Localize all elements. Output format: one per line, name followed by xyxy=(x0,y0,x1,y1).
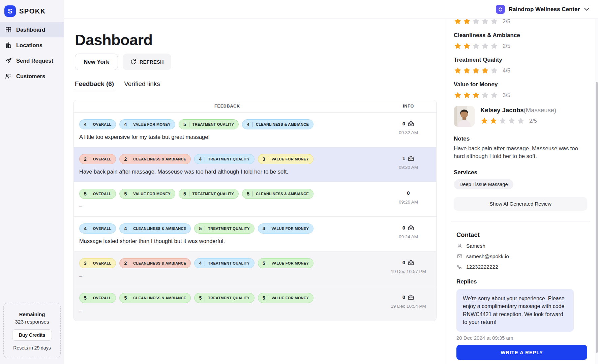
star-icon xyxy=(481,91,489,99)
column-header-info: INFO xyxy=(381,104,436,109)
rating-badge: 5TREATMENT QUALITY xyxy=(179,189,239,199)
badge-row: 5OVERALL5VALUE FOR MONEY5TREATMENT QUALI… xyxy=(79,189,381,199)
sidebar-item-customers[interactable]: Customers xyxy=(0,68,64,84)
badge-row: 2OVERALL2CLEANLINESS & AMBIANCE4TREATMEN… xyxy=(79,154,381,164)
feedback-row[interactable]: 4OVERALL4VALUE FOR MONEY5TREATMENT QUALI… xyxy=(74,113,436,147)
credits-title: Remaining xyxy=(4,311,60,317)
contact-email-row: samesh@spokk.io xyxy=(456,253,587,260)
rating-badge: 4OVERALL xyxy=(79,119,116,129)
star-icon xyxy=(463,19,471,25)
badge-score: 5 xyxy=(183,122,186,127)
paper-plane-icon xyxy=(5,57,12,64)
feedback-cell: 5OVERALL5CLEANLINESS & AMBIANCE5TREATMEN… xyxy=(74,286,381,321)
column-header-feedback: FEEDBACK xyxy=(74,104,381,109)
badge-score: 4 xyxy=(124,122,127,127)
rating-badge: 5VALUE FOR MONEY xyxy=(119,189,175,199)
badge-score: 4 xyxy=(199,156,202,162)
badge-label: CLEANLINESS & AMBIANCE xyxy=(133,296,186,300)
show-ai-review-button[interactable]: Show AI Generated Review xyxy=(454,197,587,211)
feedback-time: 19 Dec 10:57 PM xyxy=(391,269,426,274)
reply-count: 0 xyxy=(407,189,410,196)
info-cell: 009:26 AM xyxy=(381,182,436,216)
refresh-button[interactable]: REFRESH xyxy=(123,54,171,70)
rating-badge: 5OVERALL xyxy=(79,293,116,303)
feedback-row[interactable]: 3OVERALL2CLEANLINESS & AMBIANCE4TREATMEN… xyxy=(74,251,436,286)
write-reply-button[interactable]: WRITE A REPLY xyxy=(456,345,587,360)
tab-verified-links[interactable]: Verified links xyxy=(124,80,160,91)
feedback-time: 09:30 AM xyxy=(399,165,418,170)
feedback-time: 09:26 AM xyxy=(399,200,418,205)
sidebar-item-dashboard[interactable]: Dashboard xyxy=(0,22,64,37)
replies-title: Replies xyxy=(456,278,587,285)
badge-label: CLEANLINESS & AMBIANCE xyxy=(256,122,309,126)
badge-score: 4 xyxy=(263,226,265,231)
people-icon xyxy=(5,73,12,80)
reply-count-number: 0 xyxy=(407,190,410,196)
badge-divider xyxy=(205,157,205,162)
rating-block: 2/5 xyxy=(454,19,587,26)
buy-credits-button[interactable]: Buy Credits xyxy=(12,329,52,341)
rating-badge: 5VALUE FOR MONEY xyxy=(258,293,313,303)
rating-label: Treatment Quality xyxy=(454,57,587,63)
top-bar: Raindrop Wellness Center xyxy=(64,0,598,19)
sidebar-item-send-request[interactable]: Send Request xyxy=(0,53,64,68)
badge-label: OVERALL xyxy=(93,122,112,126)
star-icon xyxy=(481,67,489,74)
badge-divider xyxy=(90,122,90,127)
sidebar-item-label: Customers xyxy=(16,73,45,80)
reply-count: 0 xyxy=(402,224,414,231)
reply-count-number: 0 xyxy=(402,121,405,126)
badge-score: 5 xyxy=(247,191,249,196)
badge-label: TREATMENT QUALITY xyxy=(208,261,249,265)
location-button[interactable]: New York xyxy=(75,54,118,70)
badge-label: TREATMENT QUALITY xyxy=(208,226,249,231)
badge-label: CLEANLINESS & AMBIANCE xyxy=(133,261,186,265)
feedback-row[interactable]: 4OVERALL4CLEANLINESS & AMBIANCE5TREATMEN… xyxy=(74,217,436,251)
rating-badge: 5TREATMENT QUALITY xyxy=(194,293,254,303)
badge-label: TREATMENT QUALITY xyxy=(192,192,234,196)
sidebar-item-locations[interactable]: Locations xyxy=(0,37,64,53)
star-icon xyxy=(490,19,498,25)
badge-divider xyxy=(90,157,90,162)
reply-count: 0 xyxy=(402,259,414,266)
envelope-icon xyxy=(408,260,414,265)
badge-label: OVERALL xyxy=(93,192,112,196)
star-icon xyxy=(489,117,498,125)
app-root: S SPOKK Dashboard Locations Send Reque xyxy=(0,0,598,364)
star-icon xyxy=(472,91,480,99)
refresh-label: REFRESH xyxy=(140,59,164,65)
tab-feedback[interactable]: Feedback (6) xyxy=(75,80,114,91)
badge-divider xyxy=(90,261,90,266)
rating-label: Value for Money xyxy=(454,81,587,88)
rating-score-text: 4/5 xyxy=(503,67,510,74)
info-cell: 009:32 AM xyxy=(381,113,436,147)
rating-badge: 4TREATMENT QUALITY xyxy=(194,258,254,268)
detail-panel: 2/5Cleanliness & Ambiance2/5Treatment Qu… xyxy=(446,19,595,364)
badge-score: 4 xyxy=(84,122,87,127)
reply-count-number: 0 xyxy=(402,260,405,265)
badge-label: VALUE FOR MONEY xyxy=(271,226,309,231)
sidebar-item-label: Dashboard xyxy=(16,27,45,33)
sidebar: S SPOKK Dashboard Locations Send Reque xyxy=(0,0,64,364)
badge-divider xyxy=(130,261,130,266)
rating-badge: 3VALUE FOR MONEY xyxy=(258,154,313,164)
org-selector[interactable]: Raindrop Wellness Center xyxy=(496,0,589,19)
badge-row: 3OVERALL2CLEANLINESS & AMBIANCE4TREATMEN… xyxy=(79,258,381,268)
rating-badge: 3OVERALL xyxy=(79,258,116,268)
feedback-row[interactable]: 5OVERALL5CLEANLINESS & AMBIANCE5TREATMEN… xyxy=(74,286,436,321)
rating-badge: 5CLEANLINESS & AMBIANCE xyxy=(242,189,313,199)
reply-count: 0 xyxy=(402,120,414,127)
feedback-row[interactable]: 5OVERALL5VALUE FOR MONEY5TREATMENT QUALI… xyxy=(74,182,436,217)
envelope-icon xyxy=(408,294,414,300)
star-icon xyxy=(463,91,471,99)
rating-block: Value for Money3/5 xyxy=(454,81,587,99)
star-rating: 2/5 xyxy=(454,19,587,26)
ratings-list: 2/5Cleanliness & Ambiance2/5Treatment Qu… xyxy=(454,19,587,99)
rating-badge: 4CLEANLINESS & AMBIANCE xyxy=(242,119,313,129)
scrollbar-thumb[interactable] xyxy=(596,82,598,353)
star-icon xyxy=(517,117,525,125)
badge-score: 5 xyxy=(263,295,265,301)
feedback-row[interactable]: 2OVERALL2CLEANLINESS & AMBIANCE4TREATMEN… xyxy=(74,147,436,182)
badge-score: 4 xyxy=(84,226,87,231)
badge-score: 4 xyxy=(124,226,127,231)
